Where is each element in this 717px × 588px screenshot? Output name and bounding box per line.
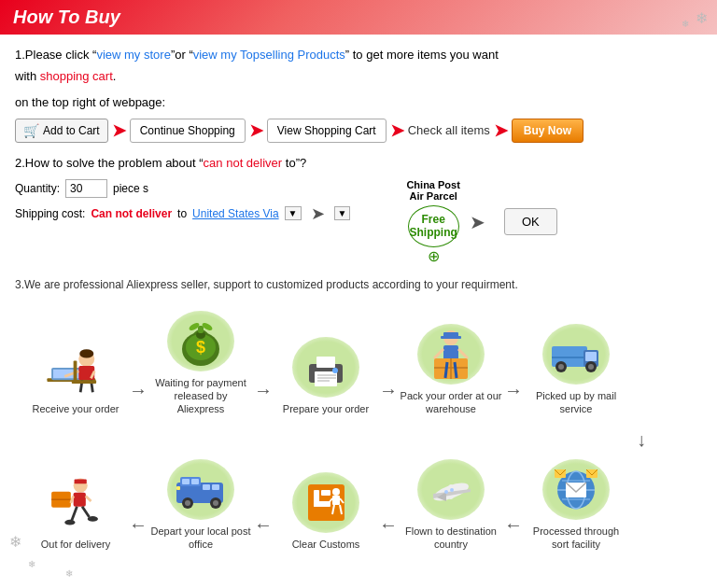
arrow5-icon: ➤	[311, 203, 325, 224]
buy-now-button[interactable]: Buy Now	[512, 119, 583, 143]
flow-label-sort: Processed through sort facility	[525, 525, 627, 552]
svg-rect-11	[72, 381, 96, 385]
flow-bottom-row: Processed through sort facility ←	[24, 455, 693, 555]
s1-subtitle: on the top right of webpage:	[15, 95, 702, 109]
s1-text5: .	[113, 69, 117, 83]
svg-line-31	[458, 349, 468, 358]
quantity-row: Quantity: piece s	[15, 179, 350, 198]
purchase-steps-row: 🛒 Add to Cart ➤ Continue Shopping ➤ View…	[15, 119, 702, 143]
flow-item-pack: Pack your order at our warehouse	[400, 319, 502, 420]
snowflake-decor3: ❄	[9, 533, 21, 551]
dropdown2-arrow-icon[interactable]: ▼	[334, 206, 351, 220]
svg-point-63	[332, 488, 340, 496]
section3-text: 3.We are professional Aliexpress seller,…	[15, 278, 702, 291]
china-post-area: China Post Air Parcel Free Shipping ⊕ ➤ …	[378, 179, 556, 265]
van-icon	[163, 455, 238, 525]
china-post-label: China Post	[406, 179, 459, 190]
svg-line-88	[82, 507, 90, 517]
flow-item-delivery: Out for delivery	[24, 468, 127, 554]
ok-button[interactable]: OK	[504, 208, 557, 235]
add-to-cart-button[interactable]: 🛒 Add to Cart	[15, 119, 108, 143]
shipping-problem-area: Quantity: piece s Shipping cost: Can not…	[15, 179, 702, 265]
flow-label-prepare: Prepare your order	[283, 402, 369, 415]
svg-point-7	[79, 350, 93, 358]
svg-line-30	[434, 349, 443, 358]
china-post-info: China Post Air Parcel Free Shipping ⊕	[406, 179, 459, 265]
svg-rect-84	[74, 493, 86, 507]
svg-rect-64	[332, 496, 340, 505]
ship-label: Shipping cost:	[15, 207, 85, 220]
qty-unit: piece s	[113, 182, 148, 195]
svg-point-41	[558, 364, 564, 370]
flow-arrow-b2: ←	[379, 514, 398, 554]
printer-icon	[288, 332, 363, 402]
flow-arrow4: →	[504, 380, 523, 420]
svg-point-43	[588, 364, 594, 370]
dropdown-arrow-icon[interactable]: ▼	[285, 206, 302, 220]
flow-arrow2: →	[254, 380, 273, 420]
flow-label-payment: Waiting for payment released by Aliexpre…	[149, 376, 252, 416]
snowflake-decor5: ❄	[65, 568, 73, 579]
flow-arrow-b4: ←	[129, 514, 148, 554]
delivery-person-icon	[38, 468, 113, 538]
customs-sign-icon	[288, 468, 363, 538]
flow-label-depart: Depart your local post office	[149, 525, 252, 552]
flow-label-pack: Pack your order at our warehouse	[400, 389, 502, 416]
arrow6-icon: ➤	[470, 211, 485, 233]
main-content: 1.Please click “view my store”or “view m…	[0, 35, 717, 573]
flow-label-flown: Flown to destination country	[400, 525, 502, 552]
svg-rect-79	[176, 486, 180, 490]
quantity-input[interactable]	[65, 179, 107, 198]
svg-rect-20	[315, 371, 337, 386]
svg-point-25	[332, 368, 338, 373]
snowflake-decor4: ❄	[28, 559, 35, 569]
svg-rect-62	[321, 490, 330, 496]
view-shopping-cart-button[interactable]: View Shopping Cart	[267, 119, 387, 143]
flow-item-flown: Flown to destination country	[400, 455, 502, 555]
continue-shopping-button[interactable]: Continue Shopping	[130, 119, 246, 143]
svg-rect-28	[441, 336, 461, 339]
via-link[interactable]: United States Via	[192, 207, 279, 220]
svg-point-76	[185, 500, 190, 506]
svg-rect-61	[314, 501, 330, 507]
svg-text:$: $	[195, 338, 204, 357]
svg-rect-83	[75, 480, 87, 484]
svg-line-87	[72, 507, 77, 521]
svg-rect-73	[203, 484, 210, 490]
snowflake-decor2: ❄	[682, 19, 689, 29]
header-title: How To Buy	[13, 7, 120, 28]
svg-rect-21	[316, 357, 335, 368]
ship-to-text: to	[177, 207, 187, 220]
cannot-deliver-text: Can not deliver	[91, 207, 172, 220]
svg-rect-71	[182, 479, 190, 484]
shipping-cost-row: Shipping cost: Can not deliver to United…	[15, 203, 350, 224]
flow-label-customs: Clear Customs	[292, 538, 360, 551]
process-flow-section: Receive your order → $	[15, 306, 702, 554]
flow-arrow3: →	[379, 380, 398, 420]
s1-text3: ” to get more items you want	[345, 48, 499, 62]
svg-rect-16	[198, 326, 204, 333]
svg-point-57	[450, 488, 454, 492]
section1-paragraph: 1.Please click “view my store”or “view m…	[15, 44, 702, 88]
view-store-link[interactable]: view my store	[96, 48, 170, 62]
arrow3-icon: ➤	[390, 120, 404, 141]
shopping-cart-link[interactable]: shopping cart	[40, 69, 113, 83]
flow-item-depart: Depart your local post office	[149, 455, 252, 555]
flow-item-prepare: Prepare your order	[274, 332, 377, 419]
s1-text4: with	[15, 69, 40, 83]
person-laptop-icon	[38, 332, 113, 402]
svg-point-90	[88, 516, 98, 522]
flow-item-customs: Clear Customs	[274, 468, 377, 554]
cart-icon: 🛒	[23, 123, 39, 138]
view-topselling-link[interactable]: view my Topselling Products	[193, 48, 345, 62]
flow-label-delivery: Out for delivery	[41, 538, 111, 551]
flow-arrow-b3: ←	[254, 514, 273, 554]
china-post-label2: Air Parcel	[409, 190, 457, 202]
flow-top-row: Receive your order → $	[24, 306, 693, 420]
shipping-form: Quantity: piece s Shipping cost: Can not…	[15, 179, 350, 224]
arrow4-icon: ➤	[494, 120, 508, 141]
s1-text2: ”or “	[171, 48, 193, 62]
snowflake-decor1: ❄	[696, 9, 708, 27]
arrow1-icon: ➤	[112, 120, 126, 141]
svg-point-89	[64, 520, 75, 525]
